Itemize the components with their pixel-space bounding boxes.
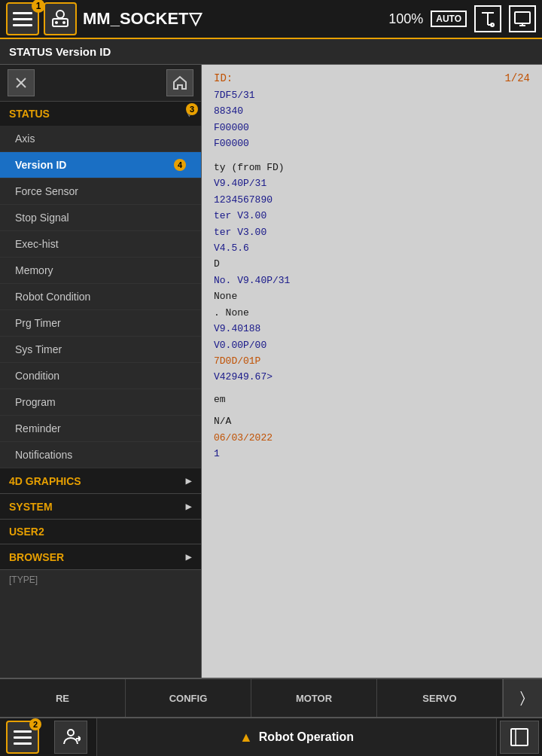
spacer-1	[214, 152, 530, 160]
menu-list-btn[interactable]: 2	[6, 721, 39, 754]
svg-rect-1	[13, 18, 32, 20]
bottom-bar-left: 2	[0, 721, 96, 754]
line-20: N/A	[214, 413, 530, 429]
id-label: ID:	[214, 72, 233, 84]
menu-item-exec-hist[interactable]: Exec-hist	[0, 231, 201, 258]
home-icon-btn[interactable]	[166, 69, 193, 96]
line-18: V42949.67>	[214, 369, 530, 385]
robot-icon-wrap	[44, 2, 77, 35]
menu-item-reminder[interactable]: Reminder	[0, 416, 201, 442]
menu-item-force-sensor[interactable]: Force Sensor	[0, 178, 201, 205]
type-label: [TYPE]	[0, 570, 201, 590]
svg-rect-23	[511, 729, 528, 745]
menu-item-notifications[interactable]: Notifications	[0, 442, 201, 468]
line-19: em	[214, 392, 530, 407]
section-4d-graphics[interactable]: 4D GRAPHICS ▶	[0, 468, 201, 494]
status-section-header[interactable]: STATUS 3 ▽	[0, 102, 201, 126]
content-lines: 7DF5/31 88340 F00000 F00000 ty (from FD)…	[214, 87, 530, 462]
line-4: F00000	[214, 136, 530, 151]
line-7: 1234567890	[214, 192, 530, 208]
line-15: V9.40188	[214, 321, 530, 337]
line-13: None	[214, 288, 530, 304]
line-14: . None	[214, 305, 530, 321]
menu-button-wrap: 1	[6, 2, 39, 35]
sidebar-menu: STATUS 3 ▽ Axis Version ID 4 Force Senso…	[0, 102, 201, 678]
line-8: ter V3.00	[214, 208, 530, 224]
zoom-percent: 100%	[388, 11, 423, 27]
line-10: V4.5.6	[214, 240, 530, 256]
svg-rect-0	[13, 12, 32, 14]
robot-op-label: Robot Operation	[259, 730, 354, 744]
exit-person-btn[interactable]	[54, 721, 87, 754]
tab-servo[interactable]: SERVO	[377, 679, 503, 717]
tab-next-arrow[interactable]: 〉	[503, 679, 542, 717]
menu-item-condition[interactable]: Condition	[0, 363, 201, 389]
line-3: F00000	[214, 120, 530, 136]
display-icon-box[interactable]	[509, 5, 536, 32]
svg-rect-11	[515, 12, 530, 23]
version-id-badge: 4	[174, 159, 186, 171]
line-21: 06/03/2022	[214, 430, 530, 446]
header-title: MM_SOCKET▽	[83, 9, 388, 29]
menu-item-memory[interactable]: Memory	[0, 258, 201, 284]
bottom-bar: 2 ▲ Robot Operation	[0, 717, 542, 756]
line-11: D	[214, 256, 530, 272]
line-22: 1	[214, 446, 530, 462]
line-5: ty (from FD)	[214, 160, 530, 175]
pin-icon-btn[interactable]	[8, 69, 35, 96]
svg-rect-18	[14, 742, 32, 745]
robot-op-arrow: ▲	[239, 730, 253, 745]
menu-item-robot-condition[interactable]: Robot Condition	[0, 284, 201, 310]
menu-item-sys-timer[interactable]: Sys Timer	[0, 337, 201, 363]
line-9: ter V3.00	[214, 224, 530, 240]
menu-item-prg-timer[interactable]: Prg Timer	[0, 310, 201, 337]
sidebar: STATUS 3 ▽ Axis Version ID 4 Force Senso…	[0, 65, 202, 678]
section-browser[interactable]: BROWSER ▶	[0, 544, 201, 570]
status-bar-text: STATUS Version ID	[9, 45, 111, 58]
section-user2[interactable]: USER2	[0, 520, 201, 544]
header-right: 100% AUTO	[388, 5, 536, 32]
menu-item-program[interactable]: Program	[0, 389, 201, 416]
section-system[interactable]: SYSTEM ▶	[0, 494, 201, 520]
tab-config[interactable]: CONFIG	[126, 679, 251, 717]
status-bar: STATUS Version ID	[0, 39, 542, 65]
line-12: No. V9.40P/31	[214, 273, 530, 288]
svg-point-5	[55, 21, 58, 24]
svg-rect-17	[14, 736, 32, 739]
svg-point-6	[62, 21, 65, 24]
sidebar-icon-row	[0, 65, 201, 102]
content-pane: ID: 1/24 7DF5/31 88340 F00000 F00000 ty …	[202, 65, 542, 678]
content-id-row: ID: 1/24	[214, 72, 530, 84]
menu-item-stop-signal[interactable]: Stop Signal	[0, 205, 201, 231]
robot-operation-btn[interactable]: ▲ Robot Operation	[96, 718, 497, 756]
status-label: STATUS	[9, 108, 50, 120]
spacer-2	[214, 386, 530, 392]
tab-motor[interactable]: MOTOR	[251, 679, 377, 717]
bottom-menu-badge: 2	[29, 718, 41, 730]
svg-point-3	[56, 11, 64, 18]
line-16: V0.00P/00	[214, 337, 530, 353]
crane-icon-box[interactable]	[474, 5, 501, 32]
spacer-3	[214, 407, 530, 413]
menu-item-version-id[interactable]: Version ID 4	[0, 152, 201, 178]
auto-badge: AUTO	[431, 11, 467, 27]
line-6: V9.40P/31	[214, 175, 530, 191]
tab-re[interactable]: RE	[0, 679, 126, 717]
svg-point-19	[68, 730, 74, 736]
line-1: 7DF5/31	[214, 87, 530, 103]
top-header: 1 MM_SOCKET▽ 100% AUTO	[0, 0, 542, 39]
svg-rect-2	[13, 24, 32, 26]
id-page: 1/24	[504, 72, 530, 84]
line-2: 88340	[214, 103, 530, 119]
line-17: 7D0D/01P	[214, 353, 530, 369]
expand-btn[interactable]	[500, 721, 539, 754]
main-area: STATUS 3 ▽ Axis Version ID 4 Force Senso…	[0, 65, 542, 678]
menu-item-axis[interactable]: Axis	[0, 126, 201, 152]
bottom-tabs: RE CONFIG MOTOR SERVO 〉	[0, 678, 542, 717]
status-badge: 3	[186, 103, 198, 115]
svg-rect-16	[14, 730, 32, 733]
